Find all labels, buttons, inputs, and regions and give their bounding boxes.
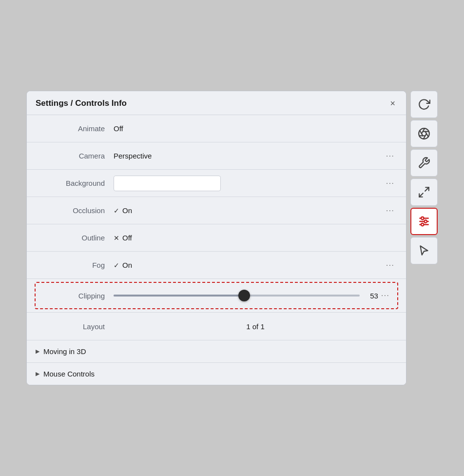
layout-row: Layout 1 of 1 bbox=[27, 313, 406, 340]
occlusion-more-button[interactable]: ··· bbox=[383, 204, 397, 218]
svg-point-12 bbox=[421, 217, 424, 219]
camera-button[interactable] bbox=[410, 120, 438, 147]
panel-title: Settings / Controls Info bbox=[36, 99, 127, 108]
mousecontrols-arrow-icon: ▶ bbox=[36, 371, 39, 377]
background-row: Background ··· bbox=[27, 170, 406, 197]
check-icon: ✓ bbox=[114, 207, 119, 215]
clipping-slider-container: 53 bbox=[114, 292, 378, 300]
clipping-row: Clipping 53 ··· bbox=[35, 282, 398, 309]
camera-row: Camera Perspective ··· bbox=[27, 142, 406, 170]
cursor-button[interactable] bbox=[410, 237, 438, 264]
cursor-icon bbox=[418, 244, 430, 257]
settings-panel: Settings / Controls Info × Animate Off C… bbox=[26, 91, 406, 385]
fog-row: Fog ✓ On ··· bbox=[27, 252, 406, 279]
outline-value: ✕ Off bbox=[114, 234, 397, 242]
fog-more-button[interactable]: ··· bbox=[383, 258, 397, 272]
svg-line-8 bbox=[419, 193, 423, 197]
clipping-slider-track bbox=[114, 295, 360, 297]
svg-point-14 bbox=[421, 223, 424, 226]
controls-icon bbox=[418, 215, 430, 228]
camera-value: Perspective bbox=[114, 152, 383, 160]
clipping-slider-thumb[interactable] bbox=[238, 290, 250, 301]
animate-label: Animate bbox=[36, 124, 114, 133]
expand-button[interactable] bbox=[410, 178, 438, 206]
refresh-button[interactable] bbox=[410, 91, 438, 118]
layout-label: Layout bbox=[36, 322, 114, 331]
mousecontrols-label: Mouse Controls bbox=[43, 370, 95, 378]
animate-value: Off bbox=[114, 124, 397, 133]
outline-label: Outline bbox=[36, 234, 114, 242]
app-container: Settings / Controls Info × Animate Off C… bbox=[26, 91, 438, 385]
panel-header: Settings / Controls Info × bbox=[27, 91, 406, 115]
background-more-button[interactable]: ··· bbox=[383, 177, 397, 190]
fog-label: Fog bbox=[36, 261, 114, 269]
occlusion-value: ✓ On bbox=[114, 206, 383, 215]
fog-check-icon: ✓ bbox=[114, 261, 119, 269]
mousecontrols-section[interactable]: ▶ Mouse Controls bbox=[27, 362, 406, 385]
clipping-more-button[interactable]: ··· bbox=[378, 289, 392, 302]
expand-icon bbox=[418, 186, 430, 198]
clipping-row-wrapper: Clipping 53 ··· bbox=[27, 279, 406, 313]
settings-table: Animate Off Camera Perspective ··· Backg… bbox=[27, 115, 406, 340]
x-icon: ✕ bbox=[114, 234, 119, 242]
controls-button[interactable] bbox=[410, 208, 438, 235]
camera-label: Camera bbox=[36, 152, 114, 160]
aperture-icon bbox=[418, 127, 430, 140]
sidebar-toolbar bbox=[410, 91, 438, 264]
moving3d-label: Moving in 3D bbox=[43, 347, 86, 356]
wrench-button[interactable] bbox=[410, 149, 438, 177]
outline-row: Outline ✕ Off bbox=[27, 224, 406, 252]
occlusion-row: Occlusion ✓ On ··· bbox=[27, 197, 406, 224]
close-button[interactable]: × bbox=[388, 98, 397, 109]
background-value bbox=[114, 176, 383, 191]
clipping-slider-fill bbox=[114, 295, 244, 297]
svg-line-7 bbox=[425, 187, 429, 191]
clipping-slider-value: 53 bbox=[365, 292, 378, 300]
animate-row: Animate Off bbox=[27, 115, 406, 142]
background-swatch[interactable] bbox=[114, 176, 221, 191]
svg-point-13 bbox=[425, 220, 427, 222]
occlusion-label: Occlusion bbox=[36, 206, 114, 215]
moving3d-section[interactable]: ▶ Moving in 3D bbox=[27, 340, 406, 362]
refresh-icon bbox=[418, 98, 430, 111]
layout-value: 1 of 1 bbox=[114, 322, 397, 331]
fog-value: ✓ On bbox=[114, 261, 383, 269]
moving3d-arrow-icon: ▶ bbox=[36, 348, 39, 355]
wrench-icon bbox=[418, 157, 430, 169]
background-label: Background bbox=[36, 179, 114, 187]
clipping-label: Clipping bbox=[40, 292, 114, 300]
camera-more-button[interactable]: ··· bbox=[383, 149, 397, 163]
